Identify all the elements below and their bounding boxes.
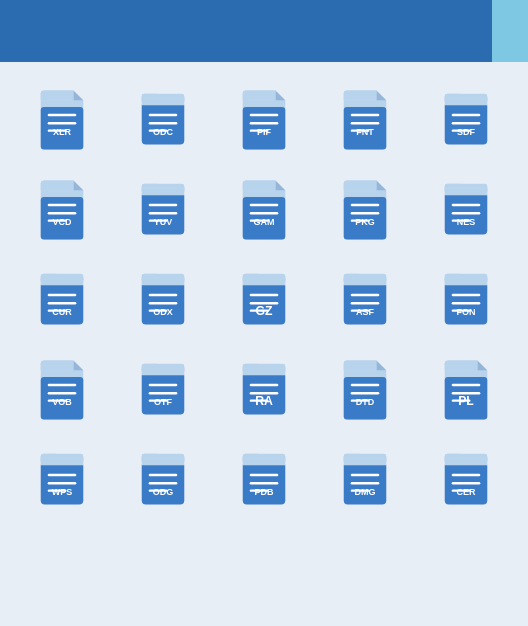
file-icon-svg-wps: WPS	[31, 444, 93, 516]
svg-text:VOB: VOB	[52, 397, 72, 407]
file-icon-svg-dtd: DTD	[334, 354, 396, 426]
svg-rect-73	[142, 279, 185, 286]
file-icon-svg-yuv: YUV	[132, 174, 194, 246]
svg-rect-8	[142, 99, 185, 106]
svg-rect-97	[445, 279, 488, 286]
svg-text:SDF: SDF	[457, 127, 476, 137]
svg-rect-160	[344, 459, 387, 466]
svg-text:PIF: PIF	[257, 127, 272, 137]
file-icon-svg-pdb: PDB	[233, 444, 295, 516]
svg-text:PKG: PKG	[355, 217, 375, 227]
file-icon-ra: RA	[216, 348, 311, 432]
file-icon-wps: WPS	[14, 438, 109, 522]
file-icon-svg-gz: GZ	[233, 264, 295, 336]
header-pack	[492, 0, 528, 62]
file-icon-svg-asf: ASF	[334, 264, 396, 336]
svg-rect-136	[40, 459, 83, 466]
file-icon-svg-nes: NES	[435, 174, 497, 246]
file-icon-svg-xlr: XLR	[31, 84, 93, 156]
header	[0, 0, 528, 62]
svg-text:DMG: DMG	[355, 487, 376, 497]
svg-rect-110	[142, 369, 185, 376]
svg-rect-144	[142, 459, 185, 466]
file-icon-odc: ODC	[115, 78, 210, 162]
svg-rect-81	[243, 279, 286, 286]
header-title	[0, 0, 492, 62]
svg-text:DTD: DTD	[356, 397, 375, 407]
file-icon-dmg: DMG	[318, 438, 413, 522]
file-icon-svg-pkg: PKG	[334, 174, 396, 246]
icons-grid: XLR ODC PIF	[0, 72, 528, 528]
svg-text:XLR: XLR	[53, 127, 72, 137]
svg-text:YUV: YUV	[154, 217, 173, 227]
file-icon-svg-fnt: FNT	[334, 84, 396, 156]
file-icon-pif: PIF	[216, 78, 311, 162]
file-icon-vob: VOB	[14, 348, 109, 432]
file-icon-svg-vob: VOB	[31, 354, 93, 426]
svg-text:CER: CER	[457, 487, 477, 497]
file-icon-svg-odg: ODG	[132, 444, 194, 516]
file-icon-otf: OTF	[115, 348, 210, 432]
svg-text:FNT: FNT	[356, 127, 374, 137]
file-icon-svg-fon: FON	[435, 264, 497, 336]
svg-text:RA: RA	[255, 394, 273, 408]
file-icon-svg-otf: OTF	[132, 354, 194, 426]
file-icon-gz: GZ	[216, 258, 311, 342]
file-icon-nes: NES	[419, 168, 514, 252]
file-icon-fnt: FNT	[318, 78, 413, 162]
file-icon-dtd: DTD	[318, 348, 413, 432]
svg-text:ODC: ODC	[153, 127, 174, 137]
svg-text:ODX: ODX	[153, 307, 173, 317]
file-icon-svg-vcd: VCD	[31, 174, 93, 246]
svg-rect-57	[445, 189, 488, 196]
file-icon-vcd: VCD	[14, 168, 109, 252]
file-icon-svg-sdf: SDF	[435, 84, 497, 156]
svg-rect-26	[445, 99, 488, 106]
file-icon-cer: CER	[419, 438, 514, 522]
svg-text:ASF: ASF	[356, 307, 375, 317]
svg-text:FON: FON	[457, 307, 476, 317]
file-icon-yuv: YUV	[115, 168, 210, 252]
svg-text:OTF: OTF	[154, 397, 172, 407]
file-icon-odx: ODX	[115, 258, 210, 342]
file-icon-pkg: PKG	[318, 168, 413, 252]
file-icon-svg-odx: ODX	[132, 264, 194, 336]
file-icon-svg-pif: PIF	[233, 84, 295, 156]
file-icon-asf: ASF	[318, 258, 413, 342]
file-icon-svg-cer: CER	[435, 444, 497, 516]
file-icon-fon: FON	[419, 258, 514, 342]
file-icon-pdb: PDB	[216, 438, 311, 522]
svg-text:VCD: VCD	[52, 217, 72, 227]
svg-rect-65	[40, 279, 83, 286]
file-icon-cur: CUR	[14, 258, 109, 342]
svg-rect-89	[344, 279, 387, 286]
svg-text:GAM: GAM	[253, 217, 274, 227]
svg-text:NES: NES	[457, 217, 476, 227]
svg-text:PDB: PDB	[254, 487, 274, 497]
file-icon-gam: GAM	[216, 168, 311, 252]
file-icon-svg-gam: GAM	[233, 174, 295, 246]
file-icon-sdf: SDF	[419, 78, 514, 162]
file-icon-svg-dmg: DMG	[334, 444, 396, 516]
file-icon-pl: PL	[419, 348, 514, 432]
file-icon-svg-cur: CUR	[31, 264, 93, 336]
file-icon-xlr: XLR	[14, 78, 109, 162]
file-icon-svg-odc: ODC	[132, 84, 194, 156]
svg-text:ODG: ODG	[153, 487, 174, 497]
file-icon-odg: ODG	[115, 438, 210, 522]
svg-rect-168	[445, 459, 488, 466]
file-icon-svg-ra: RA	[233, 354, 295, 426]
svg-text:GZ: GZ	[255, 304, 273, 318]
svg-text:CUR: CUR	[52, 307, 72, 317]
svg-text:WPS: WPS	[51, 487, 72, 497]
svg-rect-39	[142, 189, 185, 196]
svg-rect-118	[243, 369, 286, 376]
file-icon-svg-pl: PL	[435, 354, 497, 426]
svg-rect-152	[243, 459, 286, 466]
svg-text:PL: PL	[459, 394, 475, 408]
